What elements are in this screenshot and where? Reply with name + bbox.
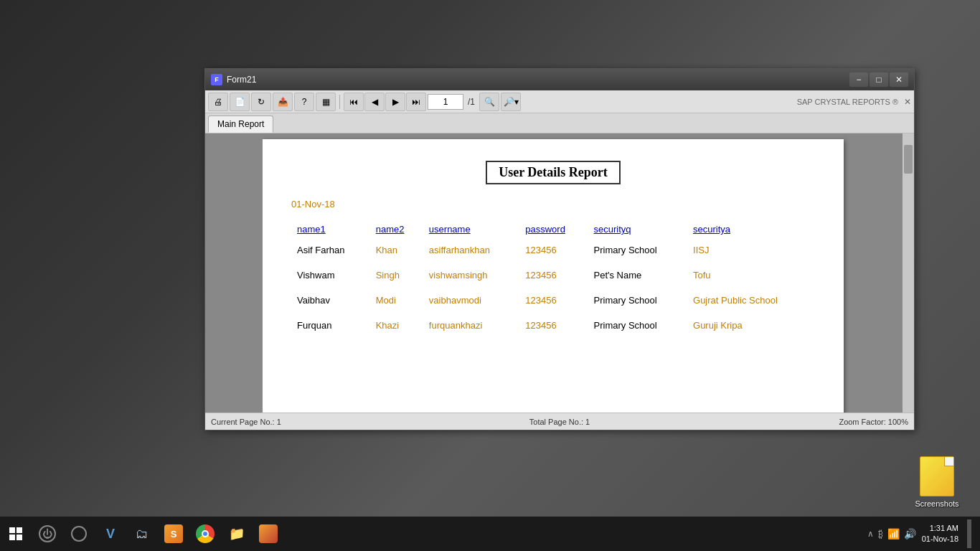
- table-cell: Guruji Kripa: [687, 313, 815, 338]
- app5-button[interactable]: [253, 518, 284, 550]
- help-button[interactable]: ?: [294, 93, 314, 111]
- table-cell: vaibhavmodi: [423, 288, 519, 313]
- desktop-icon-image: [920, 456, 954, 496]
- export2-button[interactable]: 📤: [273, 93, 293, 111]
- circle-button[interactable]: [63, 518, 95, 550]
- table-cell: Primary School: [588, 237, 688, 263]
- table-cell: Khan: [370, 237, 423, 263]
- report-title-area: User Details Report: [291, 161, 815, 184]
- minimize-button[interactable]: −: [849, 72, 868, 87]
- power-icon: ⏻: [42, 528, 52, 540]
- col-header-securityq: securityq: [588, 221, 688, 237]
- scrollbar-thumb[interactable]: [904, 145, 913, 174]
- table-cell: asiffarhankhan: [423, 237, 519, 263]
- table-cell: Tofu: [687, 263, 815, 288]
- table-cell: Gujrat Public School: [687, 288, 815, 313]
- page-number-input[interactable]: [428, 94, 463, 110]
- nav-last-button[interactable]: ⏭: [406, 93, 426, 111]
- window-titlebar: F Form21 − □ ✕: [205, 69, 914, 90]
- visual-studio-button[interactable]: V: [95, 518, 126, 550]
- toolbar-separator-1: [339, 95, 340, 109]
- zoom-button[interactable]: 🔎▾: [501, 93, 521, 111]
- start-icon: [9, 527, 23, 541]
- table-cell: 123456: [519, 313, 588, 338]
- table-cell: 123456: [519, 237, 588, 263]
- volume-icon: 🔊: [904, 528, 916, 540]
- maximize-button[interactable]: □: [870, 72, 888, 87]
- col-header-password: password: [519, 221, 588, 237]
- report-date: 01-Nov-18: [291, 199, 815, 209]
- status-total-page: Total Page No.: 1: [443, 418, 676, 426]
- tab-main-report[interactable]: Main Report: [208, 116, 273, 133]
- table-cell: Vaibhav: [291, 288, 370, 313]
- show-desktop-icon[interactable]: [967, 519, 971, 548]
- table-cell: Vishwam: [291, 263, 370, 288]
- status-zoom: Zoom Factor: 100%: [676, 418, 908, 426]
- table-cell: Primary School: [588, 313, 688, 338]
- file-explorer-icon: 📁: [229, 526, 245, 542]
- report-scroll-area[interactable]: User Details Report 01-Nov-18 name1 name…: [263, 133, 903, 413]
- chrome-icon: [196, 524, 215, 543]
- search-button[interactable]: 🔍: [479, 93, 499, 111]
- table-cell: Pet's Name: [588, 263, 688, 288]
- nav-prev-button[interactable]: ◀: [364, 93, 385, 111]
- table-row: VishwamSinghvishwamsingh123456Pet's Name…: [291, 263, 815, 288]
- clock-time: 1:31 AM: [922, 523, 958, 534]
- taskbar-clock[interactable]: 1:31 AM 01-Nov-18: [922, 523, 958, 545]
- status-current-page: Current Page No.: 1: [211, 418, 443, 426]
- table-cell: Singh: [370, 263, 423, 288]
- table-cell: vishwamsingh: [423, 263, 519, 288]
- power-button[interactable]: ⏻: [32, 518, 63, 550]
- main-window: F Form21 − □ ✕ 🖨 📄 ↻ 📤 ? ▦ ⏮ ◀ ▶ ⏭: [204, 68, 915, 430]
- network-icon: 📶: [887, 528, 900, 540]
- table-cell: Asif Farhan: [291, 237, 370, 263]
- sublime-icon: S: [171, 529, 177, 540]
- tab-bar: Main Report: [205, 113, 914, 133]
- chrome-button[interactable]: [189, 518, 221, 550]
- group-button[interactable]: ▦: [316, 93, 336, 111]
- table-header-row: name1 name2 username password securityq …: [291, 221, 815, 237]
- taskbar: ⏻ V 🗂 S 📁: [0, 517, 980, 551]
- col-header-name2: name2: [370, 221, 423, 237]
- table-row: Asif FarhanKhanasiffarhankhan123456Prima…: [291, 237, 815, 263]
- tab-main-report-label: Main Report: [217, 119, 264, 129]
- taskbar-right: ∧ ₿ 📶 🔊 1:31 AM 01-Nov-18: [867, 519, 980, 548]
- visual-studio-icon: V: [106, 527, 115, 542]
- table-cell: Primary School: [588, 288, 688, 313]
- toolbar-navigation: ⏮ ◀ ▶ ⏭: [344, 93, 426, 111]
- close-icon[interactable]: ✕: [904, 97, 911, 107]
- report-left-margin: [205, 133, 263, 413]
- export-button[interactable]: 📄: [230, 93, 250, 111]
- chevron-up-icon[interactable]: ∧: [867, 529, 874, 539]
- svg-rect-0: [9, 527, 15, 533]
- table-row: FurquanKhazifurquankhazi123456Primary Sc…: [291, 313, 815, 338]
- col-header-name1: name1: [291, 221, 370, 237]
- file-explorer-button[interactable]: 📁: [221, 518, 253, 550]
- system-tray-icons: ∧ ₿ 📶 🔊: [867, 528, 916, 540]
- desktop: F Form21 − □ ✕ 🖨 📄 ↻ 📤 ? ▦ ⏮ ◀ ▶ ⏭: [0, 0, 980, 551]
- toolbar: 🖨 📄 ↻ 📤 ? ▦ ⏮ ◀ ▶ ⏭ /1 🔍 🔎▾ SAP CRYSTAL …: [205, 90, 914, 113]
- sap-crystal-label: SAP CRYSTAL REPORTS ®: [797, 98, 898, 106]
- table-cell: Khazi: [370, 313, 423, 338]
- refresh-button[interactable]: ↻: [251, 93, 271, 111]
- page-total-label: /1: [468, 97, 475, 107]
- status-bar: Current Page No.: 1 Total Page No.: 1 Zo…: [205, 413, 914, 430]
- window-controls: − □ ✕: [849, 72, 908, 87]
- close-button[interactable]: ✕: [890, 72, 908, 87]
- nav-next-button[interactable]: ▶: [385, 93, 405, 111]
- nav-first-button[interactable]: ⏮: [344, 93, 364, 111]
- desktop-icon-label: Screenshots: [915, 499, 958, 508]
- desktop-icon-screenshots[interactable]: Screenshots: [908, 456, 966, 508]
- table-cell: Furquan: [291, 313, 370, 338]
- sublime-text-button[interactable]: S: [158, 518, 189, 550]
- window-title: Form21: [227, 75, 849, 85]
- print-button[interactable]: 🖨: [208, 93, 228, 111]
- vertical-scrollbar[interactable]: [903, 133, 914, 413]
- report-page: User Details Report 01-Nov-18 name1 name…: [263, 139, 844, 413]
- table-cell: furquankhazi: [423, 313, 519, 338]
- windows-explorer-button[interactable]: 🗂: [126, 518, 158, 550]
- toolbar-right: SAP CRYSTAL REPORTS ® ✕: [797, 97, 911, 107]
- start-button[interactable]: [0, 518, 32, 550]
- col-header-username: username: [423, 221, 519, 237]
- table-cell: Modi: [370, 288, 423, 313]
